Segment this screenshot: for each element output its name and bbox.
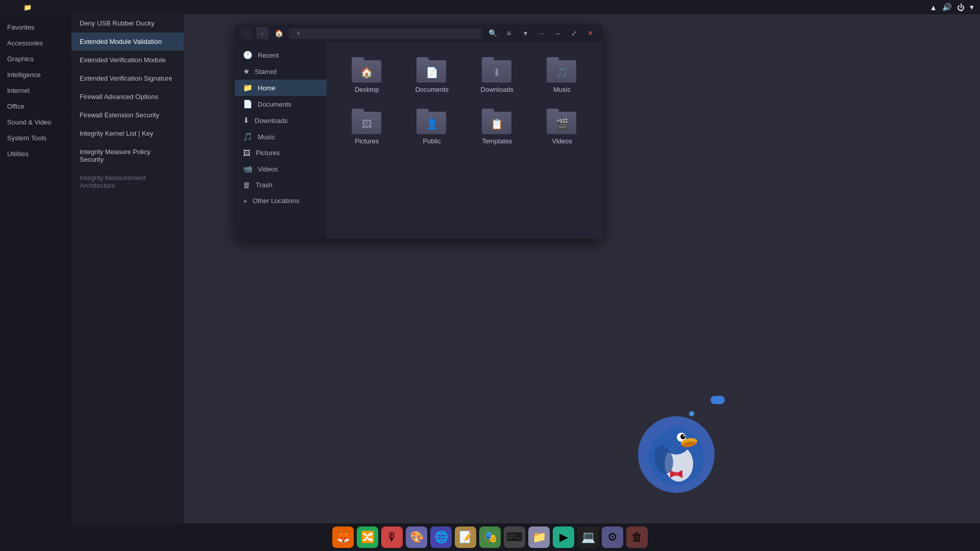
taskbar-terminal[interactable]: 💻	[577, 527, 599, 548]
fm-folder-inner-icon-public: 👤	[426, 118, 438, 130]
fm-folder-documents[interactable]: 📄Documents	[402, 52, 462, 98]
fm-more-button[interactable]: ···	[535, 27, 548, 40]
fm-sidebar: 🕐Recent★Starred📁Home📄Documents⬇Downloads…	[235, 42, 327, 239]
fm-forward-button[interactable]: ›	[256, 27, 268, 39]
taskbar-terminal-extra[interactable]: ⌨	[504, 527, 525, 548]
taskbar-store[interactable]: ▶	[553, 527, 574, 548]
fm-body: 🕐Recent★Starred📁Home📄Documents⬇Downloads…	[235, 42, 602, 239]
app-item-integrity-arch[interactable]: Integrity Measurement Architecture	[71, 169, 184, 195]
fm-folder-desktop[interactable]: 🏠Desktop	[337, 52, 397, 98]
fm-sidebar-icon-home: 📁	[243, 83, 253, 92]
fm-sidebar-icon-music: 🎵	[243, 132, 253, 141]
fm-view-button[interactable]: ≡	[502, 27, 516, 40]
fm-path-chevron: ▾	[297, 30, 300, 37]
fm-sidebar-icon-documents: 📄	[243, 99, 253, 109]
fm-restore-button[interactable]: ⤢	[568, 27, 581, 40]
app-item-ext-module-val[interactable]: Extended Module Validation	[71, 33, 184, 51]
category-graphics[interactable]: Graphics	[0, 51, 71, 67]
app-item-integrity-kernel[interactable]: Integrity Kernel List | Key	[71, 124, 184, 143]
app-item-ext-ver-module[interactable]: Extended Verification Module	[71, 51, 184, 69]
topbar-left: 📁	[6, 4, 33, 11]
fm-search-button[interactable]: 🔍	[486, 27, 499, 40]
files-menu[interactable]: 📁	[23, 4, 33, 11]
category-internet[interactable]: Internet	[0, 83, 71, 98]
fm-sidebar-label-recent: Recent	[258, 52, 279, 59]
fm-folder-downloads[interactable]: ⬇Downloads	[467, 52, 527, 98]
taskbar-delete[interactable]: 🗑	[626, 527, 648, 548]
topbar-right: ▲ 🔊 ⏻ ▾	[929, 3, 974, 12]
taskbar-browser2[interactable]: 🌐	[430, 527, 452, 548]
fm-path-bar[interactable]: ▾	[289, 28, 482, 39]
taskbar-podcast[interactable]: 🎙	[381, 527, 403, 548]
fm-folder-label-downloads: Downloads	[481, 86, 513, 93]
fm-main: 🏠Desktop📄Documents⬇Downloads🎵Music🖼Pictu…	[327, 42, 602, 239]
fm-sidebar-home[interactable]: 📁Home	[235, 80, 327, 96]
wifi-icon[interactable]: ▲	[929, 3, 937, 12]
app-item-integrity-measure[interactable]: Integrity Measure Policy Security	[71, 143, 184, 169]
fm-minimize-button[interactable]: –	[551, 27, 565, 40]
fm-sidebar-other-locations[interactable]: +Other Locations	[235, 193, 327, 209]
fm-sidebar-downloads[interactable]: ⬇Downloads	[235, 112, 327, 129]
duck-body[interactable]	[638, 416, 715, 493]
taskbar-system[interactable]: ⚙	[602, 527, 623, 548]
svg-point-10	[674, 472, 678, 476]
taskbar-firefox[interactable]: 🦊	[332, 527, 354, 548]
fm-folder-videos[interactable]: 🎬Videos	[532, 104, 593, 150]
fm-sidebar-videos[interactable]: 📹Videos	[235, 161, 327, 177]
category-favorites[interactable]: Favorites	[0, 19, 71, 35]
fm-back-button[interactable]: ‹	[240, 27, 252, 39]
category-intelligence[interactable]: Intelligence	[0, 67, 71, 83]
power-icon[interactable]: ⏻	[957, 3, 965, 12]
taskbar-paint[interactable]: 🎨	[406, 527, 427, 548]
category-utilities[interactable]: Utilities	[0, 146, 71, 162]
app-categories: FavoritesAccessoriesGraphicsIntelligence…	[0, 14, 71, 523]
fm-sidebar-documents[interactable]: 📄Documents	[235, 96, 327, 112]
fm-view-chevron[interactable]: ▾	[519, 27, 532, 40]
fm-sidebar-pictures[interactable]: 🖼Pictures	[235, 145, 327, 161]
fm-sidebar-icon-starred: ★	[243, 67, 250, 76]
category-system-tools[interactable]: System Tools	[0, 130, 71, 146]
app-item-ext-ver-sig[interactable]: Extended Verification Signature	[71, 69, 184, 88]
app-item-deny-usb[interactable]: Deny USB Rubber Ducky	[71, 14, 184, 33]
fm-sidebar-label-starred: Starred	[255, 68, 277, 76]
fm-folder-music[interactable]: 🎵Music	[532, 52, 593, 98]
fm-folder-pictures[interactable]: 🖼Pictures	[337, 104, 397, 150]
fm-sidebar-recent[interactable]: 🕐Recent	[235, 47, 327, 63]
fm-folder-inner-icon-downloads: ⬇	[493, 66, 501, 79]
fm-sidebar-icon-pictures: 🖼	[243, 148, 251, 157]
app-item-firewall-adv[interactable]: Firewall Advanced Options	[71, 88, 184, 106]
fm-folder-public[interactable]: 👤Public	[402, 104, 462, 150]
applications-menu[interactable]	[14, 4, 15, 11]
fm-titlebar: ‹ › 🏠 ▾ 🔍 ≡ ▾ ··· – ⤢ ✕	[235, 24, 602, 42]
zzz-bubble	[710, 396, 725, 404]
fm-folder-inner-icon-music: 🎵	[556, 66, 569, 79]
taskbar-files[interactable]: 📁	[528, 527, 550, 548]
chevron-down-icon[interactable]: ▾	[970, 3, 974, 12]
taskbar-mask[interactable]: 🎭	[479, 527, 501, 548]
fm-folder-label-templates: Templates	[482, 137, 512, 145]
fm-sidebar-trash[interactable]: 🗑Trash	[235, 177, 327, 193]
fm-sidebar-label-pictures: Pictures	[256, 149, 280, 157]
taskbar-notes[interactable]: 📝	[455, 527, 476, 548]
svg-point-4	[680, 434, 685, 439]
category-sound-video[interactable]: Sound & Video	[0, 114, 71, 130]
app-item-firewall-ext-sec[interactable]: Firewall Extension Security	[71, 106, 184, 124]
desktop: FavoritesAccessoriesGraphicsIntelligence…	[0, 14, 980, 523]
category-accessories[interactable]: Accessories	[0, 35, 71, 51]
fm-sidebar-label-other-locations: Other Locations	[253, 197, 300, 205]
fm-folder-inner-icon-videos: 🎬	[556, 118, 569, 130]
fm-sidebar-starred[interactable]: ★Starred	[235, 63, 327, 80]
fm-folder-inner-icon-desktop: 🏠	[360, 66, 373, 79]
fm-sidebar-music[interactable]: 🎵Music	[235, 129, 327, 145]
fm-close-button[interactable]: ✕	[584, 27, 597, 40]
fm-home-button[interactable]: 🏠	[273, 27, 285, 39]
fm-sidebar-icon-downloads: ⬇	[243, 116, 250, 125]
topbar: 📁 ▲ 🔊 ⏻ ▾	[0, 0, 980, 14]
taskbar-vpn[interactable]: 🔀	[357, 527, 378, 548]
fm-folder-label-pictures: Pictures	[355, 137, 379, 145]
fm-folder-label-public: Public	[423, 137, 441, 145]
fm-folder-templates[interactable]: 📋Templates	[467, 104, 527, 150]
sound-icon[interactable]: 🔊	[942, 3, 952, 12]
category-office[interactable]: Office	[0, 98, 71, 114]
fm-sidebar-label-downloads: Downloads	[255, 117, 287, 124]
